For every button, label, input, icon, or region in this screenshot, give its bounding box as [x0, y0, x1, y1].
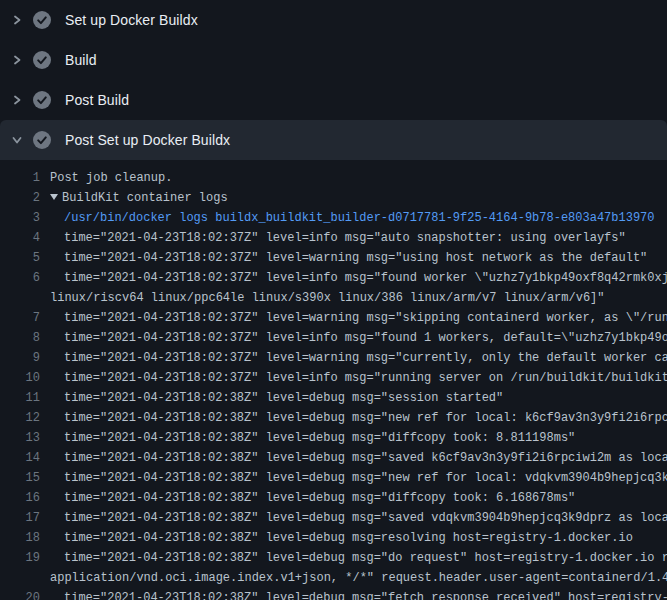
log-line-number[interactable]: 14: [0, 448, 40, 468]
log-line: 13 time="2021-04-23T18:02:38Z" level=deb…: [0, 428, 667, 448]
log-line-text: time="2021-04-23T18:02:37Z" level=info m…: [40, 228, 626, 248]
log-group-label[interactable]: BuildKit container logs: [62, 191, 228, 205]
log-line-text: time="2021-04-23T18:02:38Z" level=debug …: [40, 588, 667, 600]
chevron-right-icon: [12, 15, 22, 25]
log-line-text: time="2021-04-23T18:02:38Z" level=debug …: [40, 428, 575, 448]
log-line: 9 time="2021-04-23T18:02:37Z" level=warn…: [0, 348, 667, 368]
chevron-right-icon: [12, 95, 22, 105]
log-line-text: Post job cleanup.: [40, 168, 172, 188]
log-line: 5 time="2021-04-23T18:02:37Z" level=warn…: [0, 248, 667, 268]
log-line-number[interactable]: 19: [0, 548, 40, 568]
step-header-post-build[interactable]: Post Build: [0, 80, 667, 120]
log-line-text: time="2021-04-23T18:02:37Z" level=warnin…: [40, 308, 667, 328]
log-line: 18 time="2021-04-23T18:02:38Z" level=deb…: [0, 528, 667, 548]
log-line-text: time="2021-04-23T18:02:38Z" level=debug …: [40, 388, 503, 408]
log-line: 17 time="2021-04-23T18:02:38Z" level=deb…: [0, 508, 667, 528]
log-line: 15 time="2021-04-23T18:02:38Z" level=deb…: [0, 468, 667, 488]
log-line-text: time="2021-04-23T18:02:38Z" level=debug …: [40, 548, 667, 568]
log-line: 20 time="2021-04-23T18:02:38Z" level=deb…: [0, 588, 667, 600]
job-steps-list: Set up Docker Buildx Build: [0, 0, 667, 600]
log-line: 16 time="2021-04-23T18:02:38Z" level=deb…: [0, 488, 667, 508]
log-line: linux/riscv64 linux/ppc64le linux/s390x …: [0, 288, 667, 308]
log-line: 11 time="2021-04-23T18:02:38Z" level=deb…: [0, 388, 667, 408]
chevron-down-icon: [12, 135, 22, 145]
log-line-number[interactable]: 11: [0, 388, 40, 408]
log-line-text: time="2021-04-23T18:02:38Z" level=debug …: [40, 408, 667, 428]
log-line-text: time="2021-04-23T18:02:37Z" level=warnin…: [40, 348, 667, 368]
log-line-text: time="2021-04-23T18:02:38Z" level=debug …: [40, 488, 575, 508]
log-line-number[interactable]: 10: [0, 368, 40, 388]
log-line-number[interactable]: 17: [0, 508, 40, 528]
log-line-number[interactable]: [0, 568, 40, 588]
log-line-text: BuildKit container logs: [40, 188, 228, 208]
log-line: 10 time="2021-04-23T18:02:37Z" level=inf…: [0, 368, 667, 388]
log-line-text: linux/riscv64 linux/ppc64le linux/s390x …: [40, 288, 605, 308]
log-line-number[interactable]: 18: [0, 528, 40, 548]
log-line-number[interactable]: 3: [0, 208, 40, 228]
log-line-number[interactable]: 1: [0, 168, 40, 188]
log-line-text: time="2021-04-23T18:02:37Z" level=warnin…: [40, 248, 647, 268]
log-line-number[interactable]: 2: [0, 188, 40, 208]
chevron-right-icon: [12, 55, 22, 65]
log-line-text: time="2021-04-23T18:02:38Z" level=debug …: [40, 448, 667, 468]
log-line: 4 time="2021-04-23T18:02:37Z" level=info…: [0, 228, 667, 248]
log-group-toggle-icon[interactable]: [50, 194, 58, 200]
step-header-build[interactable]: Build: [0, 40, 667, 80]
log-line: 7 time="2021-04-23T18:02:37Z" level=warn…: [0, 308, 667, 328]
log-line-number[interactable]: 20: [0, 588, 40, 600]
log-line-number[interactable]: 6: [0, 268, 40, 288]
log-line: 2 BuildKit container logs: [0, 188, 667, 208]
step-title: Post Set up Docker Buildx: [65, 132, 230, 148]
step-log-output: 1 Post job cleanup. 2 BuildKit container…: [0, 160, 667, 600]
log-line: 1 Post job cleanup.: [0, 168, 667, 188]
step-header-post-set-up-docker-buildx[interactable]: Post Set up Docker Buildx: [0, 120, 667, 160]
step-title: Post Build: [65, 92, 129, 108]
log-line-text: application/vnd.oci.image.index.v1+json,…: [40, 568, 667, 588]
log-line: 19 time="2021-04-23T18:02:38Z" level=deb…: [0, 548, 667, 568]
log-line-number[interactable]: 9: [0, 348, 40, 368]
log-line-number[interactable]: 5: [0, 248, 40, 268]
log-line: application/vnd.oci.image.index.v1+json,…: [0, 568, 667, 588]
step-success-icon: [33, 91, 51, 109]
log-line-number[interactable]: 15: [0, 468, 40, 488]
step-title: Build: [65, 52, 97, 68]
log-line-number[interactable]: [0, 288, 40, 308]
log-line-number[interactable]: 13: [0, 428, 40, 448]
log-line: 8 time="2021-04-23T18:02:37Z" level=info…: [0, 328, 667, 348]
log-line: 12 time="2021-04-23T18:02:38Z" level=deb…: [0, 408, 667, 428]
log-line-text: time="2021-04-23T18:02:38Z" level=debug …: [40, 528, 633, 548]
log-line-text: time="2021-04-23T18:02:37Z" level=info m…: [40, 328, 667, 348]
log-line-number[interactable]: 8: [0, 328, 40, 348]
log-line-number[interactable]: 16: [0, 488, 40, 508]
step-success-icon: [33, 11, 51, 29]
log-line-number[interactable]: 7: [0, 308, 40, 328]
step-success-icon: [33, 131, 51, 149]
log-line-text: time="2021-04-23T18:02:38Z" level=debug …: [40, 468, 667, 488]
step-title: Set up Docker Buildx: [65, 12, 198, 28]
log-line-text: time="2021-04-23T18:02:37Z" level=info m…: [40, 268, 667, 288]
log-line-number[interactable]: 4: [0, 228, 40, 248]
step-header-set-up-docker-buildx[interactable]: Set up Docker Buildx: [0, 0, 667, 40]
log-line: 3 /usr/bin/docker logs buildx_buildkit_b…: [0, 208, 667, 228]
log-line-text: time="2021-04-23T18:02:37Z" level=info m…: [40, 368, 667, 388]
step-success-icon: [33, 51, 51, 69]
log-line: 14 time="2021-04-23T18:02:38Z" level=deb…: [0, 448, 667, 468]
log-command-text: /usr/bin/docker logs buildx_buildkit_bui…: [40, 208, 655, 228]
log-line: 6 time="2021-04-23T18:02:37Z" level=info…: [0, 268, 667, 288]
log-line-number[interactable]: 12: [0, 408, 40, 428]
log-line-text: time="2021-04-23T18:02:38Z" level=debug …: [40, 508, 667, 528]
